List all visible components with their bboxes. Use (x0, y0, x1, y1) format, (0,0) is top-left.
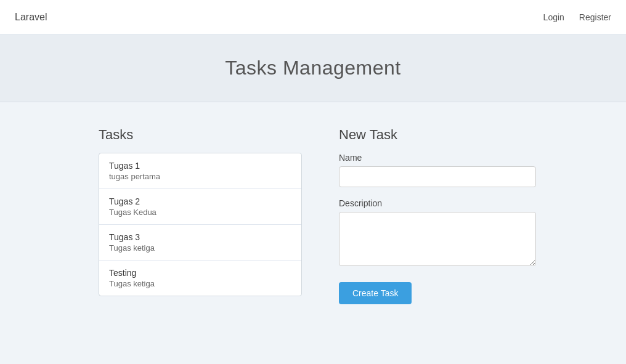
task-description-input[interactable] (339, 212, 536, 266)
task-item[interactable]: Tugas 2 Tugas Kedua (99, 189, 301, 225)
task-name-input[interactable] (339, 166, 536, 187)
task-item[interactable]: Tugas 1 tugas pertama (99, 153, 301, 189)
task-description: tugas pertama (109, 172, 291, 181)
register-link[interactable]: Register (579, 12, 611, 22)
task-list: Tugas 1 tugas pertama Tugas 2 Tugas Kedu… (99, 153, 302, 296)
task-name: Tugas 1 (109, 161, 291, 171)
login-link[interactable]: Login (543, 12, 564, 22)
tasks-section: Tasks Tugas 1 tugas pertama Tugas 2 Tuga… (99, 127, 302, 296)
new-task-section: New Task Name Description Create Task (339, 127, 536, 304)
task-description: Tugas Kedua (109, 208, 291, 217)
page-header: Tasks Management (0, 34, 626, 102)
task-description: Tugas ketiga (109, 243, 291, 253)
task-name: Tugas 3 (109, 232, 291, 242)
navbar: Laravel Login Register (0, 0, 626, 34)
task-name: Testing (109, 268, 291, 278)
navbar-links: Login Register (543, 12, 611, 22)
new-task-title: New Task (339, 127, 536, 143)
main-content: Tasks Tugas 1 tugas pertama Tugas 2 Tuga… (0, 102, 626, 329)
name-form-group: Name (339, 153, 536, 187)
task-name: Tugas 2 (109, 196, 291, 206)
name-label: Name (339, 153, 536, 163)
task-item[interactable]: Testing Tugas ketiga (99, 261, 301, 296)
description-form-group: Description (339, 198, 536, 269)
brand-logo: Laravel (15, 12, 47, 23)
description-label: Description (339, 198, 536, 208)
task-description: Tugas ketiga (109, 279, 291, 288)
page-title: Tasks Management (0, 57, 626, 79)
task-item[interactable]: Tugas 3 Tugas ketiga (99, 225, 301, 261)
create-task-button[interactable]: Create Task (339, 282, 412, 304)
tasks-section-title: Tasks (99, 127, 302, 143)
